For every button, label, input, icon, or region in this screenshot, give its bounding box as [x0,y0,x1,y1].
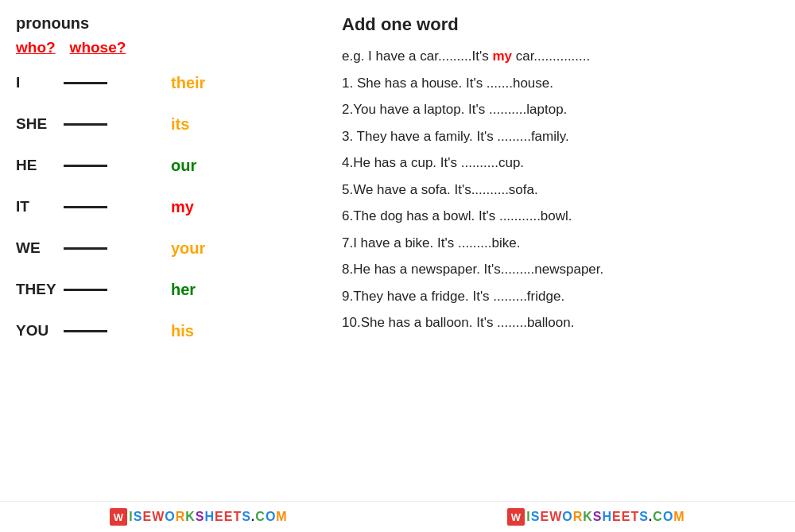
list-item: 3. They have a family. It's .........fam… [342,126,779,147]
add-one-word-title: Add one word [342,14,779,35]
who-links: who? whose? [16,39,318,56]
pronoun-row: YOUhis [16,316,318,346]
footer-logo-box-right: W [507,508,525,526]
pronoun-blank-line [64,165,107,167]
example-highlight: my [492,49,512,64]
who-link[interactable]: who? [16,39,56,56]
pronoun-row: ITmy [16,192,318,222]
list-item: 8.He has a newspaper. It's.........newsp… [342,259,779,280]
pronoun-row: Itheir [16,68,318,98]
pronoun-subject: IT [16,198,64,216]
whose-link[interactable]: whose? [70,39,126,56]
pronoun-row: WEyour [16,233,318,263]
pronoun-blank-line [64,330,107,332]
pronoun-blank-line [64,123,107,126]
footer-left: W ISEWORKSHEETS.COM [0,508,398,526]
pronoun-rows: ItheirSHEitsHEourITmyWEyourTHEYherYOUhis [16,68,318,346]
pronoun-subject: THEY [16,281,64,298]
list-item: 1. She has a house. It's .......house. [342,73,779,94]
pronoun-possessive: their [171,74,205,92]
footer-logo-text-left: ISEWORKSHEETS.COM [129,510,287,524]
sentence-list: 1. She has a house. It's .......house.2.… [342,73,779,333]
pronoun-blank-line [64,82,107,84]
pronoun-subject: HE [16,157,64,174]
list-item: 2.You have a laptop. It's ..........lapt… [342,99,779,120]
pronoun-row: HEour [16,150,318,181]
pronoun-subject: SHE [16,115,64,133]
list-item: 6.The dog has a bowl. It's ...........bo… [342,206,779,227]
pronoun-row: SHEits [16,109,318,139]
footer: W ISEWORKSHEETS.COM W ISEWORKSHEETS.COM [0,501,795,532]
pronoun-blank-line [64,247,107,250]
pronoun-possessive: our [171,157,196,175]
pronoun-possessive: its [171,115,189,134]
footer-logo-text-right: ISEWORKSHEETS.COM [526,510,684,524]
left-panel: pronouns who? whose? ItheirSHEitsHEourIT… [16,14,326,493]
list-item: 7.I have a bike. It's .........bike. [342,233,779,254]
pronoun-subject: I [16,74,64,91]
footer-logo-box-left: W [110,508,127,526]
right-panel: Add one word e.g. I have a car.........I… [326,14,779,493]
list-item: 5.We have a sofa. It's..........sofa. [342,180,779,200]
pronouns-title: pronouns [16,14,318,33]
list-item: 9.They have a fridge. It's .........frid… [342,286,779,307]
pronoun-subject: WE [16,239,64,257]
pronoun-possessive: your [171,239,205,258]
list-item: 10.She has a balloon. It's ........ballo… [342,313,779,333]
pronoun-possessive: her [171,281,196,299]
pronoun-possessive: his [171,322,194,340]
example-sentence: e.g. I have a car.........It's my car...… [342,46,779,67]
footer-right: W ISEWORKSHEETS.COM [398,508,795,526]
pronoun-blank-line [64,289,107,291]
pronoun-blank-line [64,206,107,208]
pronoun-subject: YOU [16,322,64,340]
pronoun-possessive: my [171,198,194,216]
list-item: 4.He has a cup. It's ..........cup. [342,153,779,173]
pronoun-row: THEYher [16,274,318,305]
